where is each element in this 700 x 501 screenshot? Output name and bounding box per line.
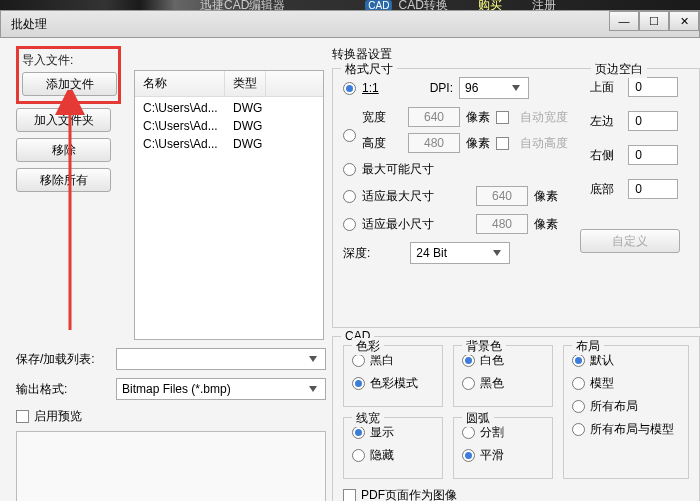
dpi-value: 96: [465, 81, 478, 95]
format-size-legend: 格式尺寸: [341, 61, 397, 78]
margin-bottom-label: 底部: [590, 181, 618, 198]
linewidth-group: 线宽 显示 隐藏: [343, 417, 443, 479]
layout-group: 布局 默认 模型 所有布局 所有布局与模型: [563, 345, 689, 479]
chevron-down-icon[interactable]: [490, 246, 504, 260]
save-list-combo[interactable]: [116, 348, 326, 370]
white-radio[interactable]: [462, 354, 475, 367]
pixel-label: 像素: [534, 188, 558, 205]
fit-min-label: 适应最小尺寸: [362, 216, 434, 233]
fit-min-input[interactable]: 480: [476, 214, 528, 234]
close-button[interactable]: ✕: [669, 11, 699, 31]
black-radio[interactable]: [462, 377, 475, 390]
minimize-button[interactable]: —: [609, 11, 639, 31]
margin-right-label: 右侧: [590, 147, 618, 164]
remove-all-button[interactable]: 移除所有: [16, 168, 111, 192]
hide-radio[interactable]: [352, 449, 365, 462]
pdf-as-image-label: PDF页面作为图像: [361, 487, 457, 501]
window-titlebar: 批处理 — ☐ ✕: [0, 10, 700, 38]
depth-label: 深度:: [343, 245, 370, 262]
add-file-button[interactable]: 添加文件: [22, 72, 117, 96]
auto-width-label: 自动宽度: [520, 109, 568, 126]
width-label: 宽度: [362, 109, 386, 126]
import-file-label: 导入文件:: [22, 52, 115, 69]
max-possible-label: 最大可能尺寸: [362, 161, 434, 178]
chevron-down-icon[interactable]: [306, 352, 320, 366]
split-radio[interactable]: [462, 426, 475, 439]
height-input[interactable]: 480: [408, 133, 460, 153]
pixel-label: 像素: [466, 135, 490, 152]
table-row[interactable]: C:\Users\Ad...DWG: [135, 117, 323, 135]
bw-radio[interactable]: [352, 354, 365, 367]
fit-max-label: 适应最大尺寸: [362, 188, 434, 205]
enable-preview-label: 启用预览: [34, 408, 82, 425]
depth-value: 24 Bit: [416, 246, 447, 260]
pdf-as-image-checkbox[interactable]: [343, 489, 356, 501]
default-radio[interactable]: [572, 354, 585, 367]
wh-radio[interactable]: [343, 129, 356, 142]
pixel-label: 像素: [466, 109, 490, 126]
fit-max-radio[interactable]: [343, 190, 356, 203]
cad-group: CAD 色彩 黑白 色彩模式 线宽 显示 隐藏 背景色: [332, 336, 700, 501]
fit-min-radio[interactable]: [343, 218, 356, 231]
highlight-annotation: 导入文件: 添加文件: [16, 46, 121, 104]
window-title: 批处理: [11, 16, 47, 33]
add-folder-button[interactable]: 加入文件夹: [16, 108, 111, 132]
page-margin-legend: 页边空白: [591, 61, 647, 78]
format-size-group: 格式尺寸 页边空白 1:1 DPI: 96: [332, 68, 700, 328]
enable-preview-checkbox[interactable]: [16, 410, 29, 423]
maximize-button[interactable]: ☐: [639, 11, 669, 31]
fit-max-input[interactable]: 640: [476, 186, 528, 206]
custom-button[interactable]: 自定义: [580, 229, 680, 253]
height-label: 高度: [362, 135, 386, 152]
auto-height-checkbox[interactable]: [496, 137, 509, 150]
dpi-label: DPI:: [430, 81, 453, 95]
colormode-radio[interactable]: [352, 377, 365, 390]
cad-badge: CAD: [365, 0, 392, 11]
model-radio[interactable]: [572, 377, 585, 390]
ratio-label: 1:1: [362, 81, 379, 95]
output-format-combo[interactable]: Bitmap Files (*.bmp): [116, 378, 326, 400]
margins-group: 上面0 左边0 右侧0 底部0 自定义: [590, 77, 689, 264]
dpi-combo[interactable]: 96: [459, 77, 529, 99]
margin-left-input[interactable]: 0: [628, 111, 678, 131]
pixel-label: 像素: [534, 216, 558, 233]
output-format-value: Bitmap Files (*.bmp): [122, 382, 231, 396]
file-list[interactable]: 名称 类型 C:\Users\Ad...DWG C:\Users\Ad...DW…: [134, 70, 324, 340]
margin-bottom-input[interactable]: 0: [628, 179, 678, 199]
all-layout-radio[interactable]: [572, 400, 585, 413]
col-name[interactable]: 名称: [135, 71, 225, 96]
table-row[interactable]: C:\Users\Ad...DWG: [135, 99, 323, 117]
parent-titlebar: 迅捷CAD编辑器 CAD CAD转换 购买 注册: [0, 0, 700, 10]
preview-area: [16, 431, 326, 501]
margin-left-label: 左边: [590, 113, 618, 130]
auto-width-checkbox[interactable]: [496, 111, 509, 124]
margin-top-label: 上面: [590, 79, 618, 96]
auto-height-label: 自动高度: [520, 135, 568, 152]
margin-top-input[interactable]: 0: [628, 77, 678, 97]
all-layout-model-radio[interactable]: [572, 423, 585, 436]
remove-button[interactable]: 移除: [16, 138, 111, 162]
chevron-down-icon[interactable]: [509, 81, 523, 95]
ratio-radio[interactable]: [343, 82, 356, 95]
output-format-label: 输出格式:: [16, 381, 116, 398]
max-possible-radio[interactable]: [343, 163, 356, 176]
smooth-radio[interactable]: [462, 449, 475, 462]
width-input[interactable]: 640: [408, 107, 460, 127]
bgcolor-group: 背景色 白色 黑色: [453, 345, 553, 407]
save-list-label: 保存/加载列表:: [16, 351, 116, 368]
color-group: 色彩 黑白 色彩模式: [343, 345, 443, 407]
file-list-header[interactable]: 名称 类型: [135, 71, 323, 97]
table-row[interactable]: C:\Users\Ad...DWG: [135, 135, 323, 153]
show-radio[interactable]: [352, 426, 365, 439]
margin-right-input[interactable]: 0: [628, 145, 678, 165]
depth-combo[interactable]: 24 Bit: [410, 242, 510, 264]
arc-group: 圆弧 分割 平滑: [453, 417, 553, 479]
col-type[interactable]: 类型: [225, 71, 266, 96]
chevron-down-icon[interactable]: [306, 382, 320, 396]
